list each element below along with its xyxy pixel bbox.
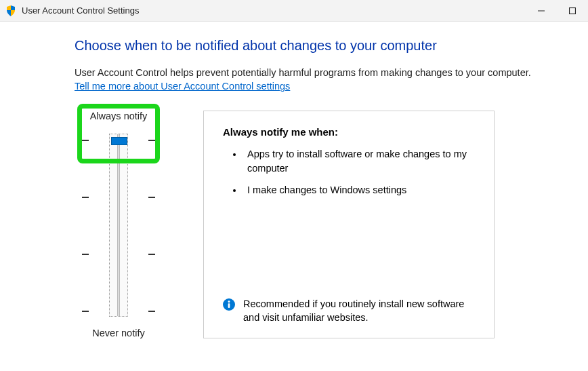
detail-bullet: Apps try to install software or make cha…	[243, 147, 475, 175]
content-area: Choose when to be notified about changes…	[0, 22, 588, 338]
slider-thumb[interactable]	[111, 137, 127, 145]
svg-point-3	[228, 300, 230, 302]
detail-title: Always notify me when:	[223, 126, 475, 138]
page-heading: Choose when to be notified about changes…	[75, 38, 561, 54]
recommendation-text: Recommended if you routinely install new…	[243, 297, 475, 325]
window-controls	[526, 0, 588, 22]
svg-rect-1	[570, 8, 576, 14]
help-link[interactable]: Tell me more about User Account Control …	[75, 81, 290, 92]
slider-track-wrap	[91, 134, 146, 317]
shield-icon	[5, 5, 16, 16]
titlebar: User Account Control Settings	[0, 0, 588, 22]
maximize-button[interactable]	[557, 0, 588, 22]
slider-top-label: Always notify	[90, 111, 148, 121]
minimize-button[interactable]	[526, 0, 557, 22]
main-row: Always notify Never notify Always notify…	[75, 111, 561, 338]
slider-track[interactable]	[109, 134, 128, 317]
slider-tick	[148, 254, 155, 255]
svg-rect-4	[228, 303, 230, 308]
detail-bullet-list: Apps try to install software or make cha…	[223, 147, 475, 205]
slider-tick	[148, 197, 155, 198]
page-description: User Account Control helps prevent poten…	[75, 66, 561, 79]
window-title: User Account Control Settings	[22, 5, 139, 16]
info-icon	[223, 298, 235, 311]
slider-tick	[82, 254, 89, 255]
detail-box: Always notify me when: Apps try to insta…	[203, 111, 495, 338]
slider-groove	[117, 134, 120, 316]
slider-tick	[82, 311, 89, 312]
slider-column: Always notify Never notify	[75, 111, 163, 338]
slider-tick	[148, 140, 155, 141]
slider-bottom-label: Never notify	[92, 328, 144, 338]
detail-bullet: I make changes to Windows settings	[243, 183, 475, 197]
slider-tick	[82, 197, 89, 198]
slider-tick	[148, 311, 155, 312]
recommendation-row: Recommended if you routinely install new…	[223, 285, 475, 325]
slider-tick	[82, 140, 89, 141]
